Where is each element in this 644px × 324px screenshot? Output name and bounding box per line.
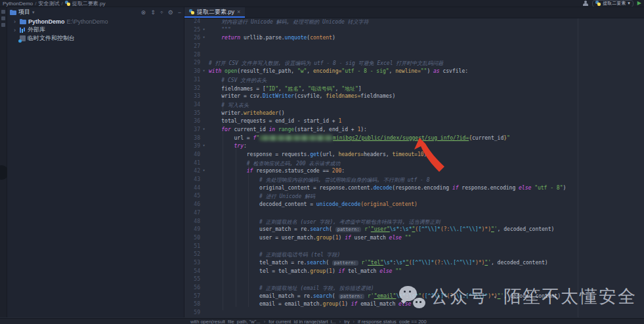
gutter-line: 58 xyxy=(184,301,209,310)
run-configuration-selector[interactable]: 提取二要素 ▾ xyxy=(592,0,633,7)
code-line xyxy=(209,243,644,252)
line-number: 27 xyxy=(184,43,200,52)
gutter-line: 50 xyxy=(184,235,209,243)
chevron-down-icon[interactable]: ▾ xyxy=(32,10,35,15)
redacted-url-blur xyxy=(259,135,333,141)
fold-marker-icon[interactable]: ▾ xyxy=(200,127,207,135)
folder-icon xyxy=(20,19,26,24)
fold-marker-icon[interactable]: ▾ xyxy=(200,68,207,77)
status-breadcrumb-item[interactable]: try xyxy=(344,319,349,324)
status-breadcrumb-item[interactable]: with open(result_file_path, "w"... xyxy=(190,319,261,324)
fold-marker-icon xyxy=(200,201,207,210)
code-line: writer.writeheader() xyxy=(209,110,644,119)
editor-tab[interactable]: 提取二要素.py × xyxy=(184,7,245,18)
fold-marker-icon[interactable]: ▾ xyxy=(200,27,207,35)
python-file-icon xyxy=(65,1,70,6)
fold-marker-icon xyxy=(200,251,207,260)
gutter-line: 30▾ xyxy=(184,68,209,77)
line-number: 54 xyxy=(184,268,200,277)
fold-marker-icon xyxy=(200,235,207,243)
gutter-line: 45 xyxy=(184,193,209,201)
project-toolwindow-icon[interactable] xyxy=(1,10,5,14)
fold-marker-icon xyxy=(200,160,207,169)
code-line xyxy=(209,276,644,285)
code-line: # 先处理响应内容的编码, 尝试用响应自身的编码, 不行则用 utf - 8 xyxy=(209,176,644,185)
line-number: 25 xyxy=(184,27,200,35)
line-number: 31 xyxy=(184,77,200,85)
gutter-line: 38 xyxy=(184,135,209,144)
gutter-line: 27 xyxy=(184,43,209,52)
gutter-line: 31 xyxy=(184,77,209,85)
line-number: 47 xyxy=(184,210,200,218)
code-line: for current_id in range(start_id, end_id… xyxy=(209,127,644,135)
chevron-right-icon[interactable]: › xyxy=(14,18,18,25)
fold-marker-icon[interactable]: ▾ xyxy=(200,143,207,152)
line-number: 57 xyxy=(184,293,200,302)
fold-marker-icon xyxy=(200,135,207,144)
gutter-line: 34 xyxy=(184,102,209,110)
fold-marker-icon xyxy=(200,243,207,252)
project-panel-title[interactable]: 项目 xyxy=(18,8,30,16)
fold-marker-icon xyxy=(200,18,207,27)
fold-marker-icon xyxy=(200,118,207,127)
chevron-right-icon[interactable]: › xyxy=(14,27,18,33)
gutter-line: 35 xyxy=(184,110,209,119)
code-line xyxy=(209,52,644,60)
header-breadcrumb: PythonDemo / 安全测试 / 提取二要素.py xyxy=(0,0,105,7)
tree-item-label: 外部库 xyxy=(28,26,45,34)
status-breadcrumb-item[interactable]: if response.status_code == 200 xyxy=(358,319,427,324)
structure-toolwindow-icon[interactable] xyxy=(1,23,5,27)
collapse-all-icon[interactable]: ⇕ xyxy=(150,9,156,16)
fold-marker-icon[interactable]: ▾ xyxy=(200,168,207,176)
gutter-line: 46 xyxy=(184,201,209,210)
code-line: with open(result_file_path, "w", encodin… xyxy=(209,68,644,77)
gutter-line: 25▾ xyxy=(184,27,209,35)
line-number: 51 xyxy=(184,243,200,252)
breadcrumb-project[interactable]: PythonDemo xyxy=(3,1,33,7)
settings-gear-icon[interactable]: ⚙ xyxy=(168,9,173,16)
locate-file-icon[interactable]: ⊗ xyxy=(141,9,146,16)
gutter-line: 48 xyxy=(184,218,209,227)
line-number: 36 xyxy=(184,118,200,127)
code-line: fieldnames = ["ID", "姓名", "电话号码", "地址"] xyxy=(209,85,644,94)
code-line: 对内容进行 Unicode 解码, 处理可能的 Unicode 转义字符 xyxy=(209,18,644,27)
close-icon[interactable]: × xyxy=(237,9,240,15)
run-button[interactable]: ▶ xyxy=(637,1,641,6)
tree-item-PythonDemo[interactable]: ›PythonDemo E:\PythonDemo xyxy=(7,17,184,26)
code-editor[interactable]: 2425▾26▾27282930▾31323334353637▾3839▾404… xyxy=(184,18,644,317)
gutter-line: 28 xyxy=(184,52,209,60)
project-panel-header: 项目 ▾ ⊗⇕÷⚙− xyxy=(7,7,184,17)
code-line: """ xyxy=(209,27,644,35)
commit-toolwindow-icon[interactable] xyxy=(1,16,5,20)
line-number: 45 xyxy=(184,193,200,201)
line-number: 38 xyxy=(184,135,200,144)
split-view-icon[interactable]: ÷ xyxy=(160,9,163,16)
tree-item-临时文件和控制台[interactable]: 临时文件和控制台 xyxy=(7,34,184,43)
gutter-line: 40 xyxy=(184,152,209,160)
gutter-line: 56 xyxy=(184,285,209,293)
gutter-line: 42▾ xyxy=(184,168,209,176)
breadcrumb-separator: / xyxy=(35,1,36,7)
breadcrumb-separator: › xyxy=(339,319,341,324)
line-number: 24 xyxy=(184,18,200,27)
editor-gutter[interactable]: 2425▾26▾27282930▾31323334353637▾3839▾404… xyxy=(184,18,209,317)
gutter-line: 44 xyxy=(184,185,209,193)
user-account-icon[interactable] xyxy=(583,1,588,6)
line-number: 26 xyxy=(184,35,200,43)
fold-marker-icon xyxy=(200,301,207,310)
fold-marker-icon xyxy=(200,52,207,60)
code-line: user = user_match.group(1) if user_match… xyxy=(209,235,644,243)
hide-panel-icon[interactable]: − xyxy=(178,9,181,16)
breadcrumb-folder[interactable]: 安全测试 xyxy=(38,0,59,7)
fold-marker-icon xyxy=(200,276,207,285)
window-header: PythonDemo / 安全测试 / 提取二要素.py 提取二要素 ▾ ▶ xyxy=(0,0,644,7)
breadcrumb-file[interactable]: 提取二要素.py xyxy=(72,0,106,7)
tree-item-外部库[interactable]: ›外部库 xyxy=(7,26,184,34)
status-breadcrumb-item[interactable]: for current_id in range(start_i... xyxy=(268,319,336,324)
gutter-line: 41 xyxy=(184,160,209,169)
code-line: total_requests = end_id - start_id + 1 xyxy=(209,118,644,127)
fold-marker-icon[interactable]: ▾ xyxy=(200,35,207,43)
line-number: 33 xyxy=(184,93,200,102)
line-number: 34 xyxy=(184,102,200,110)
line-number: 35 xyxy=(184,110,200,119)
